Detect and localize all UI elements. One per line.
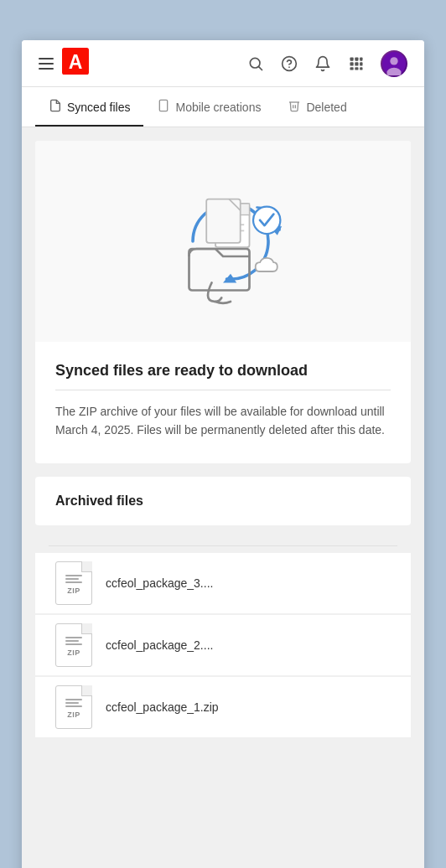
svg-rect-18 — [160, 100, 168, 111]
app-window: A — [22, 40, 424, 868]
info-text-area: Synced files are ready to download The Z… — [35, 342, 411, 463]
hamburger-icon[interactable] — [39, 58, 54, 70]
svg-rect-11 — [360, 62, 362, 65]
tab-synced-files[interactable]: Synced files — [35, 87, 143, 127]
svg-point-29 — [253, 207, 280, 234]
archived-files-title: Archived files — [55, 493, 391, 509]
illustration-area — [35, 141, 411, 342]
zip-label: ZIP — [67, 710, 80, 719]
file-name: ccfeol_package_2.... — [106, 638, 213, 652]
zip-file-icon: ZIP — [55, 685, 92, 729]
zip-label: ZIP — [67, 648, 80, 657]
mobile-creations-tab-icon — [157, 99, 170, 115]
list-item[interactable]: ZIP ccfeol_package_2.... — [35, 615, 411, 675]
synced-files-tab-icon — [49, 99, 62, 115]
tabs-bar: Synced files Mobile creations Deleted — [22, 87, 424, 127]
zip-file-icon: ZIP — [55, 623, 92, 667]
adobe-logo: A — [62, 48, 89, 79]
help-icon[interactable] — [280, 54, 298, 73]
svg-rect-14 — [360, 67, 362, 70]
main-content: Synced files are ready to download The Z… — [22, 127, 424, 868]
svg-rect-22 — [189, 249, 250, 291]
zip-label: ZIP — [67, 586, 80, 595]
deleted-tab-icon — [288, 99, 301, 115]
svg-rect-7 — [355, 57, 358, 60]
tab-deleted[interactable]: Deleted — [274, 87, 360, 127]
info-card: Synced files are ready to download The Z… — [35, 141, 411, 463]
header-left: A — [39, 48, 89, 79]
search-icon[interactable] — [246, 54, 265, 73]
file-name: ccfeol_package_3.... — [106, 576, 213, 590]
zip-file-icon: ZIP — [55, 561, 92, 605]
svg-point-2 — [250, 58, 260, 68]
header: A — [22, 40, 424, 87]
archived-files-card: Archived files — [35, 477, 411, 525]
list-item[interactable]: ZIP ccfeol_package_3.... — [35, 553, 411, 613]
svg-rect-10 — [355, 62, 358, 65]
zip-lines — [65, 699, 82, 707]
svg-rect-6 — [350, 57, 354, 60]
tab-synced-files-label: Synced files — [67, 101, 130, 114]
svg-point-16 — [390, 57, 397, 65]
info-divider — [55, 390, 391, 390]
svg-rect-12 — [350, 67, 354, 70]
tab-deleted-label: Deleted — [306, 101, 346, 114]
sync-illustration — [148, 166, 298, 317]
list-item[interactable]: ZIP ccfeol_package_1.zip — [35, 677, 411, 737]
tab-mobile-creations-label: Mobile creations — [175, 101, 261, 114]
zip-lines — [65, 575, 82, 583]
avatar[interactable] — [381, 50, 407, 77]
file-name: ccfeol_package_1.zip — [106, 700, 219, 714]
svg-text:A: A — [69, 51, 83, 73]
info-title: Synced files are ready to download — [55, 362, 391, 380]
svg-line-3 — [259, 66, 262, 70]
svg-rect-8 — [360, 57, 362, 60]
tab-mobile-creations[interactable]: Mobile creations — [143, 87, 274, 127]
header-icons — [246, 50, 407, 77]
svg-rect-13 — [355, 67, 358, 70]
info-desc: The ZIP archive of your files will be av… — [55, 402, 391, 440]
apps-icon[interactable] — [347, 54, 366, 73]
file-list-area: ZIP ccfeol_package_3.... ZIP ccfeol_pack… — [35, 539, 411, 746]
svg-rect-9 — [350, 62, 354, 65]
file-list-divider — [49, 545, 397, 546]
bell-icon[interactable] — [314, 54, 332, 73]
zip-lines — [65, 637, 82, 645]
